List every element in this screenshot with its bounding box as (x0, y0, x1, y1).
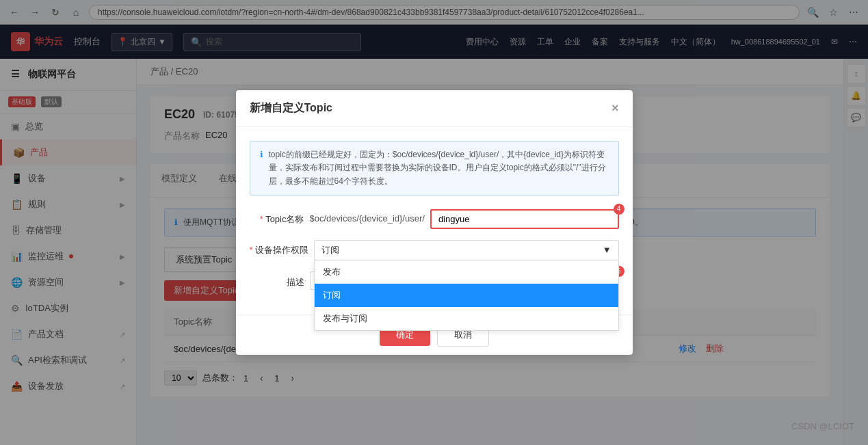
permission-selected-value: 订阅 (321, 244, 339, 256)
form-row-permission: * 设备操作权限 订阅 ▼ 发布 订阅 发布与订阅 (250, 240, 619, 260)
topic-input-badge: 4 (614, 204, 624, 215)
modal-body: ℹ topic的前缀已经规定好，固定为：$oc/devices/{device_… (236, 127, 633, 314)
dropdown-arrow-icon: ▼ (603, 245, 611, 255)
modal-close-button[interactable]: × (611, 101, 619, 116)
modal-info: ℹ topic的前缀已经规定好，固定为：$oc/devices/{device_… (250, 141, 619, 195)
add-topic-modal: 新增自定义Topic × ℹ topic的前缀已经规定好，固定为：$oc/dev… (236, 90, 633, 355)
option-both[interactable]: 发布与订阅 (315, 307, 618, 330)
desc-label: 描述 (250, 272, 304, 288)
permission-dropdown[interactable]: 订阅 ▼ 发布 订阅 发布与订阅 (314, 240, 618, 260)
modal-header: 新增自定义Topic × (236, 90, 633, 127)
topic-prefix: $oc/devices/{device_id}/user/ (310, 209, 425, 224)
perm-label: * 设备操作权限 (250, 240, 309, 256)
topic-name-input[interactable] (430, 209, 619, 229)
form-row-topic-name: * Topic名称 $oc/devices/{device_id}/user/ … (250, 209, 619, 229)
permission-dropdown-menu: 发布 订阅 发布与订阅 (314, 260, 618, 331)
topic-name-label: * Topic名称 (250, 209, 304, 226)
modal-overlay: 新增自定义Topic × ℹ topic的前缀已经规定好，固定为：$oc/dev… (0, 0, 868, 445)
modal-info-text: topic的前缀已经规定好，固定为：$oc/devices/{device_id… (269, 148, 609, 188)
modal-title: 新增自定义Topic (250, 101, 332, 116)
modal-info-icon: ℹ (260, 148, 263, 188)
option-publish[interactable]: 发布 (315, 260, 618, 284)
permission-dropdown-trigger[interactable]: 订阅 ▼ (314, 240, 618, 260)
option-subscribe[interactable]: 订阅 (315, 284, 618, 307)
